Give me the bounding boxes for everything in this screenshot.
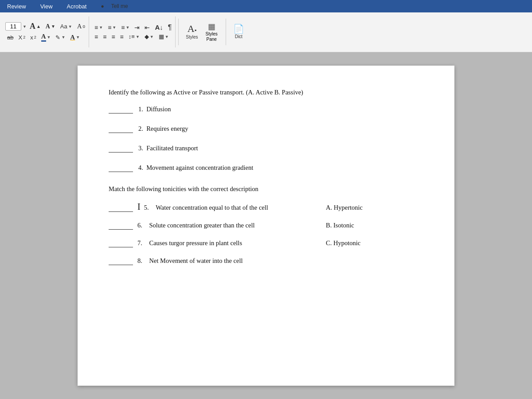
nav-view[interactable]: View [38,2,55,11]
question-2: 2. Requires energy [109,125,423,133]
styles-pane-label: StylesPane [206,31,218,42]
align-left-btn[interactable]: ≡ [93,33,100,41]
tell-me-icon: ● [98,2,106,10]
document-area: Identify the following as Active or Pass… [0,52,532,399]
q7-number: 7. [137,239,142,247]
decrease-indent-btn[interactable]: ⇥ [133,23,141,31]
text-cursor: I [137,202,141,212]
ribbon-divider-2 [226,19,226,45]
strikethrough-btn[interactable]: ab [5,34,15,41]
styles-label: Styles [186,35,198,39]
nav-acrobat[interactable]: Acrobat [64,2,90,11]
highlight-btn[interactable]: ✎▼ [54,34,67,41]
q1-body: Diffusion [146,106,171,113]
q4-body: Movement against concentration gradient [146,164,253,171]
blank-3 [109,145,133,153]
q6-body: Solute concentration greater than the ce… [149,222,255,229]
ribbon: 11 ▼ A▲ A▼ Aa▼ Ao [0,12,532,52]
match-row-6: 6. Solute concentration greater than the… [109,222,423,230]
document-page: Identify the following as Active or Pass… [78,66,454,386]
match-row-7: 7. Causes turgor pressure in plant cells… [109,239,423,247]
sort-btn[interactable]: A↓ [153,23,164,31]
q8-number: 8. [137,257,142,265]
q4-text: 4. Movement against concentration gradie… [138,164,423,172]
match-row-5: I 5. Water concentration equal to that o… [109,202,423,212]
nav-bar: Review View Acrobat ● Tell me [0,0,532,12]
blank-2 [109,125,133,133]
match-left-8: 8. Net Movement of water into the cell [109,257,317,265]
match-left-5: I 5. Water concentration equal to that o… [109,202,317,212]
show-formatting-btn[interactable]: ¶ [166,23,174,32]
paragraph-group: ≡▼ ≡▼ ≡▼ ⇥ ⇤ A↓ [91,16,176,47]
match-right-7: C. Hypotonic [317,239,423,247]
dict-label: Dict [235,34,243,39]
tell-me-container[interactable]: ● Tell me [98,2,130,10]
question-3: 3. Facilitated transport [109,145,423,153]
match-right-5: A. Hypertonic [317,204,423,211]
q2-text: 2. Requires energy [138,125,423,133]
font-row-1: 11 ▼ A▲ A▼ Aa▼ Ao [5,21,87,31]
font-color-btn[interactable]: A▼ [39,32,53,42]
para-row-2: ≡ ≡ ≡ ≡ ↕≡▼ ◆▼ [93,33,173,41]
para-row-1: ≡▼ ≡▼ ≡▼ ⇥ ⇤ A↓ [93,23,173,32]
increase-indent-btn[interactable]: ⇤ [143,23,152,31]
shading-btn[interactable]: ◆▼ [143,33,156,40]
subscript-btn[interactable]: X2 [16,34,27,41]
blank-6 [109,222,133,230]
font-shrink-btn[interactable]: A▼ [44,23,57,31]
styles-group: A▪ Styles ▦ StylesPane [181,16,223,47]
change-case-btn[interactable]: Aa▼ [59,23,74,30]
q2-body: Requires energy [146,125,188,132]
q1-text: 1. Diffusion [138,106,423,113]
q3-body: Facilitated transport [146,145,198,152]
q8-body: Net Movement of water into the cell [149,257,243,265]
blank-7 [109,239,133,247]
question-1: 1. Diffusion [109,106,423,113]
underline-color-btn[interactable]: A▼ [68,33,82,42]
section-1-title: Identify the following as Active or Pass… [109,88,423,98]
para-controls: ≡▼ ≡▼ ≡▼ ⇥ ⇤ A↓ [93,23,173,41]
font-size-input[interactable]: 11 [5,22,21,31]
dict-button[interactable]: 📄 Dict [231,19,247,45]
multilevel-list-btn[interactable]: ≡▼ [119,23,131,31]
styles-button[interactable]: A▪ Styles [183,19,200,45]
font-controls: 11 ▼ A▲ A▼ Aa▼ Ao [5,21,87,42]
styles-pane-button[interactable]: ▦ StylesPane [202,21,221,43]
dict-icon: 📄 [233,24,244,33]
blank-1 [109,106,133,113]
match-left-6: 6. Solute concentration greater than the… [109,222,317,230]
dict-group: 📄 Dict [229,16,249,47]
blank-8 [109,257,133,265]
bullet-list-btn[interactable]: ≡▼ [93,23,105,31]
clear-format-btn[interactable]: Ao [75,22,87,31]
q6-number: 6. [137,222,142,229]
match-right-6: B. Isotonic [317,222,423,229]
dropdown-arrow-fontsize[interactable]: ▼ [23,24,27,29]
q1-number: 1. [138,106,143,113]
match-row-8: 8. Net Movement of water into the cell [109,257,423,265]
q5-number: 5. [144,204,149,211]
section-2: Match the following tonicities with the … [109,185,423,265]
section-2-title: Match the following tonicities with the … [109,185,423,193]
q5-body: Water concentration equal to that of the… [156,204,268,211]
borders-btn[interactable]: ▦▼ [157,33,171,40]
question-4: 4. Movement against concentration gradie… [109,164,423,172]
blank-5 [109,204,133,212]
nav-review[interactable]: Review [4,2,29,11]
match-left-7: 7. Causes turgor pressure in plant cells [109,239,317,247]
numbered-list-btn[interactable]: ≡▼ [106,23,118,31]
blank-4 [109,164,133,172]
font-grow-btn[interactable]: A▲ [28,21,43,31]
q3-text: 3. Facilitated transport [138,145,423,152]
styles-pane-icon: ▦ [208,22,215,31]
superscript-btn[interactable]: x2 [28,34,38,41]
tell-me-label: Tell me [109,2,131,10]
align-right-btn[interactable]: ≡ [110,33,117,41]
align-center-btn[interactable]: ≡ [101,33,108,41]
section-1: Identify the following as Active or Pass… [109,88,423,172]
q4-number: 4. [138,164,143,171]
styles-icon: A▪ [188,24,196,34]
justify-btn[interactable]: ≡ [118,33,125,41]
line-spacing-btn[interactable]: ↕≡▼ [127,33,141,40]
font-row-2: ab X2 x2 A▼ ✎▼ [5,32,87,42]
